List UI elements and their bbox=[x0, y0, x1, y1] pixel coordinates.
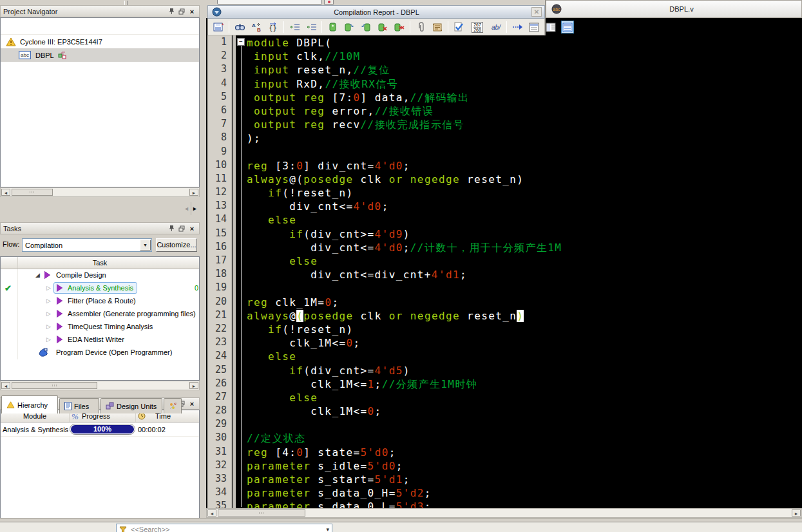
bookmark-toggle-icon[interactable] bbox=[326, 21, 339, 33]
save-file-icon[interactable]: * bbox=[212, 21, 225, 33]
code-line[interactable]: if(!reset_n) bbox=[247, 323, 802, 336]
tree-item-module[interactable]: abc DBPL bbox=[1, 48, 199, 62]
code-line[interactable]: div_cnt<=4'd0;//计数十，用于十分频产生1M bbox=[247, 241, 802, 254]
scroll-right-arrow[interactable]: ► bbox=[189, 382, 198, 389]
report-close-button[interactable]: ✕ bbox=[531, 7, 542, 17]
code-line[interactable]: parameter s_data_0_H=5'd2; bbox=[247, 486, 802, 500]
tab-files[interactable]: Files bbox=[59, 398, 99, 413]
pin-icon[interactable] bbox=[167, 7, 176, 15]
close-icon[interactable]: × bbox=[187, 399, 196, 408]
collapse-icon[interactable]: ◢ bbox=[35, 272, 40, 278]
code-line[interactable]: output reg [7:0] data,//解码输出 bbox=[247, 91, 802, 104]
view-report-icon[interactable] bbox=[528, 21, 540, 33]
code-line[interactable]: else bbox=[247, 213, 802, 227]
code-line[interactable]: else bbox=[247, 391, 802, 404]
code-line[interactable]: //定义状态 bbox=[247, 432, 802, 445]
code-line[interactable]: reg [3:0] div_cnt=4'd0; bbox=[247, 159, 802, 173]
code-line[interactable]: input clk,//10M bbox=[247, 50, 802, 63]
task-row[interactable]: ◢Compile Design bbox=[1, 269, 199, 282]
editor-window-titlebar[interactable]: abc DBPL.v bbox=[546, 0, 802, 18]
task-row[interactable]: ▷Assembler (Generate programming files) bbox=[1, 308, 199, 321]
status-row[interactable]: Analysis & Synthesis 100% 00:00:02 bbox=[1, 423, 199, 437]
fold-toggle-icon[interactable]: − bbox=[237, 38, 245, 46]
tab-partial[interactable] bbox=[164, 398, 182, 413]
code-line[interactable]: input RxD,//接收RX信号 bbox=[247, 77, 802, 91]
code-line[interactable]: clk_1M<=0; bbox=[247, 336, 802, 350]
goto-line-icon[interactable] bbox=[511, 21, 524, 33]
code-line[interactable]: ); bbox=[247, 131, 802, 145]
dropdown-arrow-icon[interactable]: ▼ bbox=[140, 240, 151, 251]
code-line[interactable]: else bbox=[247, 254, 802, 268]
project-tree-hscrollbar[interactable]: ◄ ► bbox=[0, 187, 200, 197]
code-line[interactable]: parameter s_idle=5'd0; bbox=[247, 459, 802, 473]
bookmark-prev-icon[interactable] bbox=[359, 21, 372, 33]
bookmark-delete-all-icon[interactable] bbox=[393, 21, 406, 33]
tree-item-device[interactable]: Cyclone III: EP3C5E144I7 bbox=[1, 35, 199, 48]
code-line[interactable]: always@(posedge clk or negedge reset_n) bbox=[247, 309, 802, 323]
code-line[interactable] bbox=[247, 281, 802, 295]
scroll-thumb[interactable] bbox=[12, 189, 53, 196]
search-dropdown-icon[interactable]: ▾ bbox=[326, 526, 329, 532]
tab-design-units[interactable]: Design Units bbox=[100, 398, 162, 413]
scroll-right-arrow[interactable]: ► bbox=[792, 509, 801, 517]
code-lines[interactable]: module DBPL( input clk,//10M input reset… bbox=[247, 36, 802, 514]
task-row[interactable]: ✔▷Analysis & Synthesis0 bbox=[1, 282, 199, 295]
match-brace-icon[interactable]: {} bbox=[267, 21, 280, 33]
editor-hscrollbar[interactable]: ◄ ► bbox=[206, 508, 802, 518]
message-search-box[interactable]: <<Search>> ▾ bbox=[116, 524, 332, 532]
code-line[interactable] bbox=[247, 418, 802, 432]
expand-icon[interactable]: ▷ bbox=[46, 310, 51, 317]
report-window-titlebar[interactable]: Compilation Report - DBPL ✕ bbox=[207, 5, 545, 19]
tasks-hscrollbar[interactable]: ◄ ► bbox=[0, 381, 200, 390]
scroll-thumb[interactable] bbox=[218, 509, 305, 517]
scroll-left-arrow[interactable]: ◄ bbox=[1, 382, 10, 389]
pin-icon[interactable] bbox=[167, 224, 176, 233]
view-file-icon[interactable] bbox=[544, 21, 557, 33]
code-line[interactable]: div_cnt<=div_cnt+4'd1; bbox=[247, 268, 802, 281]
code-line[interactable]: reg clk_1M=0; bbox=[247, 296, 802, 309]
indent-icon[interactable] bbox=[288, 21, 301, 33]
code-line[interactable]: output reg error,//接收错误 bbox=[247, 104, 802, 118]
code-line[interactable]: clk_1M<=0; bbox=[247, 404, 802, 418]
task-row[interactable]: Program Device (Open Programmer) bbox=[1, 347, 199, 359]
expand-icon[interactable]: ▷ bbox=[46, 323, 51, 330]
project-navigator-tree[interactable]: Cyclone III: EP3C5E144I7 abc DBPL bbox=[0, 17, 200, 187]
vertical-splitter[interactable] bbox=[200, 5, 206, 519]
float-icon[interactable] bbox=[177, 7, 186, 15]
task-row[interactable]: ▷TimeQuest Timing Analysis bbox=[1, 321, 199, 334]
expand-icon[interactable]: ▷ bbox=[46, 336, 51, 343]
expand-icon[interactable]: ▷ bbox=[46, 298, 51, 304]
line-counter-icon[interactable]: 267268 bbox=[469, 21, 486, 33]
scroll-left-arrow[interactable]: ◄ bbox=[1, 189, 10, 196]
tab-scroll-left[interactable]: ◄ bbox=[183, 202, 190, 215]
code-line[interactable]: always@(posedge clk or negedge reset_n) bbox=[247, 173, 802, 186]
scroll-thumb[interactable] bbox=[12, 382, 97, 389]
view-split-icon[interactable] bbox=[561, 21, 574, 33]
bookmark-next-icon[interactable] bbox=[343, 21, 356, 33]
code-line[interactable]: input reset_n,//复位 bbox=[247, 63, 802, 77]
customize-button[interactable]: Customize... bbox=[156, 238, 197, 252]
code-line[interactable]: reg [4:0] state=5'd0; bbox=[247, 446, 802, 459]
syntax-check-icon[interactable] bbox=[452, 21, 465, 33]
task-row[interactable]: ▷EDA Netlist Writer bbox=[1, 334, 199, 347]
task-row[interactable]: ▷Fitter (Place & Route) bbox=[1, 295, 199, 308]
scroll-left-arrow[interactable]: ◄ bbox=[207, 509, 216, 517]
comment-text-icon[interactable]: ab/ bbox=[490, 21, 502, 33]
tab-scroll-right[interactable]: ► bbox=[191, 202, 198, 215]
bookmark-delete-icon[interactable] bbox=[376, 21, 389, 33]
code-line[interactable]: div_cnt<=4'd0; bbox=[247, 200, 802, 213]
code-editor[interactable]: 1234567891011121314151617181920212223242… bbox=[206, 18, 802, 508]
code-line[interactable]: module DBPL( bbox=[247, 36, 802, 50]
tab-hierarchy[interactable]: Hierarchy bbox=[1, 395, 58, 413]
code-line[interactable]: else bbox=[247, 350, 802, 363]
code-line[interactable]: output reg recv//接收完成指示信号 bbox=[247, 118, 802, 131]
code-line[interactable]: if(div_cnt>=4'd9) bbox=[247, 227, 802, 241]
outdent-icon[interactable] bbox=[305, 21, 318, 33]
toolbar-button-partial[interactable] bbox=[324, 0, 334, 5]
code-line[interactable]: if(div_cnt>=4'd5) bbox=[247, 364, 802, 377]
expand-icon[interactable]: ▷ bbox=[46, 285, 51, 291]
code-line[interactable]: parameter s_start=5'd1; bbox=[247, 473, 802, 486]
insert-template-icon[interactable] bbox=[431, 21, 444, 33]
code-line[interactable]: if(!reset_n) bbox=[247, 186, 802, 200]
attach-file-icon[interactable] bbox=[414, 21, 427, 33]
